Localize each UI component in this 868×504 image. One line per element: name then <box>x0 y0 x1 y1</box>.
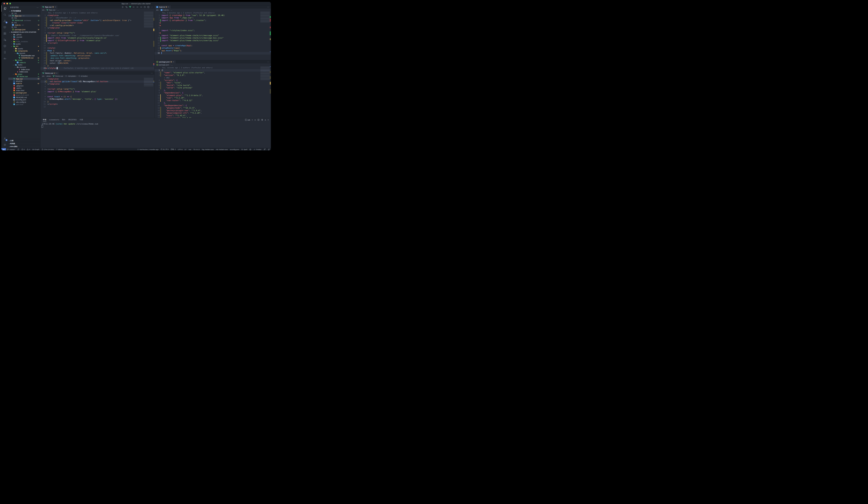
status-attr-case[interactable]: Attr: kebab-case <box>215 148 229 151</box>
code-line[interactable]: 16 <box>155 52 271 54</box>
tree-item-element[interactable]: ⌄element <box>8 66 40 68</box>
code-line[interactable]: 9 "dependencies": { <box>155 92 271 94</box>
status-remote-indicator[interactable]: >< <box>1 148 6 151</box>
close-tab-icon[interactable]: × <box>173 61 174 63</box>
code-line[interactable]: 14<style> <box>40 47 154 50</box>
code-line[interactable]: 12</script> <box>40 42 154 44</box>
minimap[interactable] <box>260 12 270 22</box>
breadcrumb-item[interactable]: Home.vue <box>53 75 63 77</box>
close-tab-icon[interactable]: × <box>168 6 169 8</box>
code-line[interactable]: 8 }, <box>155 89 271 92</box>
status-notifications[interactable] <box>267 148 271 151</box>
tree-item-pnpm-lock.yaml[interactable]: pnpm-lock.yaml <box>8 94 40 96</box>
sidebar-section-时间线[interactable]: ›时间线 <box>8 142 40 145</box>
code-line[interactable]: 22</style>YunYouJun, 2 months ago • refa… <box>40 67 154 70</box>
chevron-icon[interactable]: › <box>11 41 12 42</box>
code-line[interactable]: 8const toast = () => { <box>40 95 154 98</box>
code-line[interactable]: 21} <box>40 65 154 67</box>
goto-back-icon[interactable] <box>133 6 135 8</box>
status-prettier[interactable]: Prettier <box>252 148 262 151</box>
breadcrumb-item[interactable]: src <box>42 9 44 11</box>
tree-item-dist[interactable]: ›dist <box>8 38 40 40</box>
tree-item-index.ts[interactable]: TSindex.tsU <box>8 61 40 64</box>
tree-item-assets[interactable]: ›assets <box>8 48 40 50</box>
activity-remote-explorer[interactable] <box>1 24 8 30</box>
close-window-icon[interactable] <box>3 3 5 4</box>
code-line[interactable]: 17 "@vue/compiler-sfc": "^3.2.20", <box>155 112 271 114</box>
new-terminal-icon[interactable]: + <box>252 119 253 121</box>
code-line[interactable]: 18 -moz-osx-font-smoothing: grayscale; <box>40 57 154 60</box>
code-line[interactable]: 6 "build": "vite build", <box>155 84 271 87</box>
code-line[interactable]: 19 text-align: center; <box>40 60 154 62</box>
code-line[interactable]: 8<script setup lang="ts"> <box>40 32 154 34</box>
status-owl[interactable] <box>248 148 252 151</box>
breadcrumb-item[interactable]: src <box>42 75 44 77</box>
tree-item-node_modules[interactable]: ›node_modules <box>8 40 40 43</box>
minimap[interactable] <box>260 66 270 80</box>
kill-terminal-icon[interactable] <box>261 119 263 121</box>
more-actions-icon[interactable]: ⋯ <box>267 6 269 8</box>
code-line[interactable]: 1<template> <box>40 78 154 80</box>
close-editor-icon[interactable]: × <box>9 15 11 17</box>
chevron-icon[interactable]: › <box>11 38 12 40</box>
status-feedback[interactable] <box>262 148 267 151</box>
status-indentation[interactable]: 空格: 2 <box>169 148 177 151</box>
open-editor-main.ts[interactable]: TSmain.tssrcM <box>8 24 40 26</box>
code-line[interactable]: 1<template> <box>40 14 154 17</box>
code-line[interactable]: 18 "sass": "^1.43.4", <box>155 114 271 117</box>
code-line[interactable]: 7import "~/styles/index.scss"; <box>155 29 271 32</box>
split-editor-icon[interactable] <box>147 6 149 8</box>
chevron-icon[interactable]: › <box>12 48 14 49</box>
open-editor-App.vue[interactable]: ×App.vuesrcM <box>8 14 40 17</box>
code-line[interactable]: 12 <box>155 42 271 44</box>
code-line[interactable]: 16 font-family: Avenir, Helvetica, Arial… <box>40 52 154 54</box>
more-actions-icon[interactable]: ⋯ <box>151 6 153 8</box>
explorer-more-actions-icon[interactable]: ⋯ <box>37 7 39 9</box>
status-git-graph[interactable]: Git Graph <box>31 148 40 151</box>
more-actions-icon[interactable]: ⋯ <box>151 72 153 74</box>
app-vue-code[interactable]: You, 3 minutes ago | 4 authors (iamkun a… <box>40 11 154 71</box>
tree-item-tsconfig.json[interactable]: TStsconfig.json <box>8 99 40 101</box>
breadcrumb-item[interactable]: {}<template> <box>65 75 76 77</box>
breadcrumb-item[interactable]: el-button <box>78 75 88 77</box>
status-git-branch[interactable]: master* <box>6 148 16 151</box>
close-tab-icon[interactable]: × <box>56 72 57 74</box>
code-line[interactable]: 10import zhCn from 'element-plus/es/loca… <box>40 37 154 39</box>
main-ts-code[interactable]: You, 3 minutes ago | 2 authors (YunYouJu… <box>155 11 271 60</box>
tab-Home.vue[interactable]: Home.vueU× <box>40 72 59 75</box>
project-root-header[interactable]: ⌄ ELEMENT-PLUS-VITE-STARTER <box>8 31 40 33</box>
minimap[interactable] <box>144 12 153 28</box>
codelens[interactable]: You, seconds ago | 3 authors (YunYouJun … <box>155 66 271 69</box>
open-editor-package.json[interactable]: JSpackage.jsonM <box>8 28 40 31</box>
activity-explorer[interactable] <box>1 6 8 12</box>
maximize-panel-icon[interactable]: ∧ <box>265 119 266 121</box>
chevron-icon[interactable]: › <box>11 34 12 35</box>
tree-item-.gitignore[interactable]: .gitignore <box>8 85 40 87</box>
code-line[interactable]: 5 </el-config-provider> <box>40 24 154 27</box>
shell-selector[interactable]: zsh <box>245 119 250 121</box>
code-line[interactable]: 15#app { <box>40 50 154 52</box>
code-line[interactable]: 6</template> <box>40 27 154 29</box>
tree-item-.npmrc[interactable]: n.npmrc <box>8 87 40 89</box>
chevron-icon[interactable]: ⌄ <box>14 52 16 54</box>
code-line[interactable]: 2import App from "./App.vue"; <box>155 17 271 19</box>
close-panel-icon[interactable]: × <box>268 119 269 121</box>
code-line[interactable]: 11import { ElConfigProvider } from 'elem… <box>40 39 154 42</box>
vue-preview-icon[interactable] <box>129 6 131 8</box>
tree-item-.github[interactable]: ›.github <box>8 33 40 36</box>
activity-docker[interactable] <box>1 55 8 62</box>
open-editors-header[interactable]: ⌄ 打开的编辑器 <box>8 10 40 12</box>
code-line[interactable]: 15 "@types/node": "^16.11.6", <box>155 107 271 110</box>
code-line[interactable]: 23 <box>40 70 154 72</box>
tree-item-vite.config.ts[interactable]: vite.config.ts <box>8 101 40 103</box>
tab-main.ts[interactable]: TSmain.tsM× <box>155 6 171 9</box>
status-tabnine[interactable]: tabnine pro <box>55 148 68 151</box>
breadcrumb-item[interactable]: … <box>171 64 173 66</box>
code-line[interactable]: 11import "element-plus/theme-chalk/src/o… <box>155 39 271 42</box>
tree-item-BaseHeader.vue[interactable]: BaseHeader.vue <box>8 54 40 56</box>
goto-circle-icon[interactable] <box>136 6 138 8</box>
code-line[interactable]: 5 <box>155 24 271 27</box>
activity-search[interactable] <box>1 12 8 18</box>
code-line[interactable]: 12 "vue-router": "^4.0.12" <box>155 99 271 102</box>
sidebar-section-NPM 脚本[interactable]: ›NPM 脚本 <box>8 145 40 148</box>
